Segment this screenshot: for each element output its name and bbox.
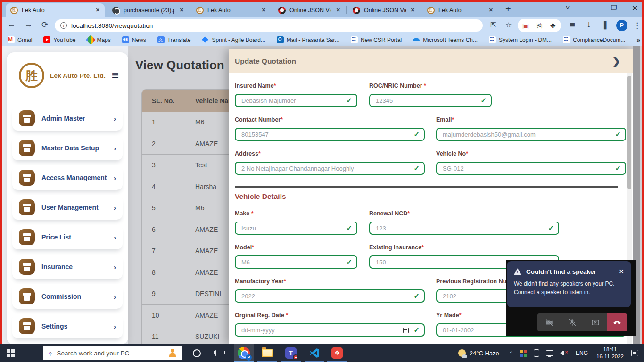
sidebar-item-user-management[interactable]: User Management ›	[12, 195, 123, 220]
tab-pdf[interactable]: purchasenote (23).pdf ✕	[107, 3, 189, 17]
display-network-icon[interactable]	[546, 350, 553, 356]
valid-check-icon: ✓	[413, 326, 420, 334]
new-tab-button[interactable]: +	[505, 4, 511, 15]
bookmarks-overflow-icon[interactable]: »	[636, 36, 640, 44]
tab-lek-auto-2[interactable]: Lek Auto ✕	[191, 3, 271, 17]
extensions-puzzle-icon[interactable]: ❖	[550, 22, 556, 30]
bookmark-gmail[interactable]: Gmail	[8, 36, 32, 43]
taskbar-weather[interactable]: 24°C Haze	[458, 349, 499, 357]
tab-close-icon[interactable]: ✕	[261, 7, 267, 13]
field-email: Email* majumderdebasish50@gmail.com✓	[436, 116, 626, 141]
bookmark-mail[interactable]: Mail - Prasanta Sar...	[277, 36, 339, 43]
window-maximize-icon[interactable]: ❐	[611, 4, 617, 11]
model-input[interactable]: M6✓	[235, 255, 357, 269]
renewal-ncd-input[interactable]: 123✓	[369, 222, 559, 235]
taskbar-vscode-button[interactable]	[305, 344, 324, 362]
tray-app-icon[interactable]	[520, 350, 527, 357]
url-text[interactable]: localhost:8080/viewquotation	[71, 22, 153, 29]
your-phone-icon[interactable]	[534, 349, 539, 357]
media-controls-icon[interactable]: ≣	[570, 21, 576, 29]
original-reg-date-input[interactable]: dd-mm-yyyy✓	[235, 323, 425, 337]
tab-close-icon[interactable]: ✕	[95, 7, 101, 13]
tab-title: Lek Auto	[22, 7, 91, 14]
calendar-icon[interactable]	[403, 328, 409, 333]
bookmark-maps[interactable]: Maps	[87, 36, 111, 43]
bookmark-news[interactable]: News	[122, 36, 146, 43]
back-icon[interactable]: ←	[8, 20, 16, 29]
bookmark-compliance[interactable]: ComplianceDocum...	[563, 36, 625, 43]
taskbar-search-box[interactable]: ⌕ Search work and your PC ✦	[43, 346, 182, 360]
tray-overflow-chevron-icon[interactable]: ⌃	[509, 351, 513, 355]
pip-extension-icon[interactable]: ▣	[522, 22, 529, 30]
tab-close-icon[interactable]: ✕	[335, 7, 341, 13]
bookmark-csr-portal[interactable]: New CSR Portal	[351, 36, 402, 43]
profile-avatar[interactable]: P	[616, 20, 627, 31]
panel-collapse-chevron-icon[interactable]: ❯	[612, 56, 620, 67]
notification-close-icon[interactable]: ✕	[619, 268, 624, 275]
tab-separator	[499, 6, 499, 14]
hamburger-menu-icon[interactable]: ≡	[112, 68, 119, 82]
bookmark-sprint[interactable]: Sprint - Agile Board...	[202, 36, 265, 43]
roc-nric-input[interactable]: 12345✓	[369, 94, 492, 107]
speaker-muted-icon[interactable]	[560, 349, 569, 357]
bookmark-system-login[interactable]: System Login - DM...	[489, 36, 552, 43]
bookmark-label: Sprint - Agile Board...	[212, 37, 265, 43]
share-icon[interactable]: ⇱	[490, 21, 496, 29]
site-info-icon[interactable]: i	[60, 22, 67, 29]
reload-icon[interactable]: ⟳	[41, 20, 48, 30]
taskbar-teams-button[interactable]: T	[281, 344, 301, 362]
email-input[interactable]: majumderdebasish50@gmail.com✓	[436, 128, 626, 141]
address-input[interactable]: 2 No Netajinagar Chandannagar Hooghly✓	[235, 162, 425, 175]
hang-up-button[interactable]	[607, 313, 627, 331]
taskbar-explorer-button[interactable]	[257, 344, 277, 362]
window-minimize-icon[interactable]: —	[587, 4, 594, 11]
forward-icon[interactable]: →	[25, 20, 33, 29]
sidebar-item-master-data-setup[interactable]: Master Data Setup ›	[12, 136, 123, 160]
tab-close-icon[interactable]: ✕	[179, 7, 185, 13]
task-view-button[interactable]	[209, 344, 229, 362]
share-window-icon[interactable]	[591, 318, 600, 327]
tab-json-viewer-2[interactable]: Online JSON Viewer ✕	[348, 3, 420, 17]
make-input[interactable]: Isuzu✓	[235, 222, 357, 235]
window-menu-chevron-icon[interactable]: ˅	[566, 4, 570, 12]
taskbar-redapp-button[interactable]: ❖	[327, 344, 347, 362]
notification-center-icon[interactable]	[631, 350, 638, 356]
tab-lek-auto-3[interactable]: Lek Auto ✕	[422, 3, 498, 17]
sidebar-item-settings[interactable]: Settings ›	[12, 314, 123, 338]
field-label: Make *	[235, 210, 357, 217]
taskbar-clock[interactable]: 18:41 16-11-2022	[596, 346, 624, 360]
bookmark-youtube[interactable]: YouTube	[43, 36, 75, 43]
tab-close-icon[interactable]: ✕	[488, 7, 494, 13]
sidebar-item-access-management[interactable]: Access Management ›	[12, 165, 123, 190]
manufactory-year-input[interactable]: 2022✓	[235, 289, 425, 303]
camera-off-icon[interactable]	[545, 318, 553, 327]
contact-number-input[interactable]: 80153547✓	[235, 128, 425, 141]
language-indicator[interactable]: ENG	[576, 350, 588, 356]
clipboard-extension-icon[interactable]: ⎘	[537, 22, 542, 30]
sidebar-item-admin-master[interactable]: Admin Master ›	[12, 106, 123, 131]
mic-off-icon[interactable]	[568, 318, 577, 327]
sidebar-item-commission[interactable]: Commission ›	[12, 284, 123, 309]
sidebar-item-insurance[interactable]: Insurance ›	[12, 255, 123, 279]
field-label: Existing Insurance*	[369, 244, 559, 251]
bookmark-star-icon[interactable]: ☆	[505, 21, 512, 29]
vehicle-no-input[interactable]: SG-012✓	[436, 162, 626, 175]
address-bar[interactable]: i localhost:8080/viewquotation	[55, 19, 483, 32]
window-close-icon[interactable]: ✕	[632, 4, 638, 13]
bookmark-teams[interactable]: Microsoft Teams Ch...	[413, 36, 478, 43]
side-panel-icon[interactable]: ▐	[602, 21, 607, 29]
sidebar-item-price-list[interactable]: Price List ›	[12, 225, 123, 249]
taskbar-chrome-button[interactable]: P	[234, 344, 254, 362]
tab-close-icon[interactable]: ✕	[410, 7, 416, 13]
panel-scrollbar-thumb[interactable]	[627, 76, 631, 189]
downloads-icon[interactable]: ⭳	[586, 21, 593, 29]
bookmark-translate[interactable]: Translate	[157, 36, 191, 43]
menu-kebab-icon[interactable]: ⋮	[633, 21, 641, 31]
archive-box-icon	[19, 170, 35, 186]
tab-json-viewer-1[interactable]: Online JSON Viewer ✕	[273, 3, 345, 17]
screen-share-border-left	[0, 0, 2, 344]
insured-name-input[interactable]: Debasish Majumder✓	[235, 94, 357, 107]
cortana-button[interactable]	[187, 344, 206, 362]
start-button-icon[interactable]	[7, 349, 15, 357]
tab-lek-auto-1[interactable]: Lek Auto ✕	[6, 3, 105, 17]
